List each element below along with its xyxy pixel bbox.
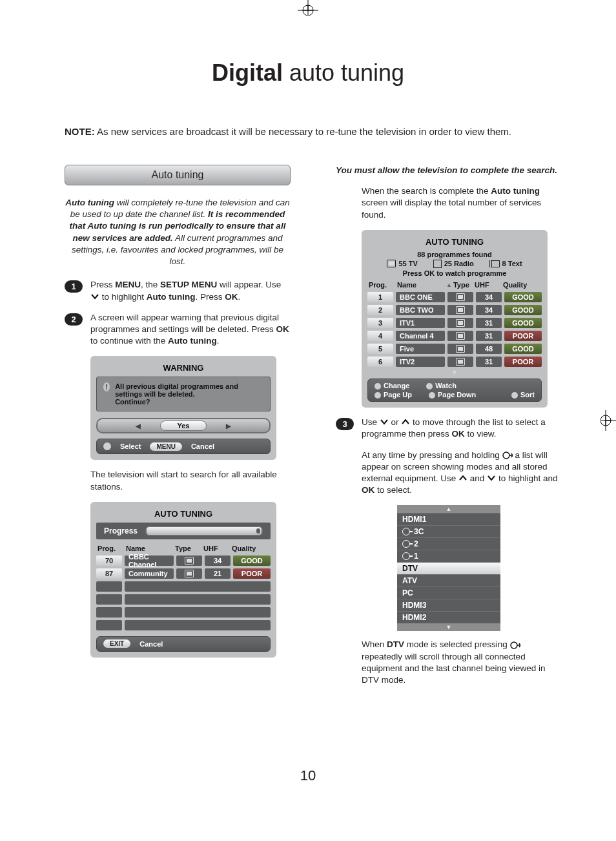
cell-quality: POOR [233,568,271,579]
input-row[interactable]: 3C [397,525,500,537]
chevron-up-icon [458,475,467,481]
cell-uhf: 31 [476,357,502,367]
cancel-label: Cancel [191,442,214,450]
progress-bar [145,526,263,536]
input-label: DTV [402,564,418,573]
cell-uhf: 34 [205,555,231,566]
step-2-text: A screen will appear warning that previo… [90,312,291,348]
cell-name: Five [396,344,445,354]
svg-point-10 [503,452,509,459]
press-ok-text: Press OK to watch programme [367,269,542,277]
input-list-up-arrow: ▲ [397,505,500,513]
yes-option[interactable]: Yes [160,420,207,431]
section-header: Auto tuning [65,165,291,185]
chevron-down-icon [487,475,496,481]
cell-uhf: 34 [476,305,502,315]
step-number-2: 2 [65,313,83,326]
dot-icon [375,383,381,389]
input-label: HDMI1 [402,515,426,524]
ext-input-icon [502,450,513,460]
ok-dot-icon [103,442,111,450]
results-title: AUTO TUNING [367,237,542,247]
input-row[interactable]: HDMI2 [397,611,500,623]
step-3-text: Use or to move through the list to selec… [362,417,562,440]
right-arrow-icon: ▶ [226,422,231,430]
chevron-up-icon [401,419,410,425]
radio-icon [433,260,442,268]
input-label: 2 [414,539,418,548]
step-number-3: 3 [336,418,354,430]
results-row[interactable]: 6ITV231POOR [367,356,542,368]
page-title: Digital auto tuning [0,59,616,87]
input-list-down-arrow: ▼ [397,623,500,631]
ext-input-icon [510,639,520,649]
warning-text: All previous digital programmes and sett… [115,382,263,406]
crop-mark-top [294,0,322,16]
text-icon [489,260,500,267]
cell-quality: POOR [504,331,542,341]
cell-quality: POOR [504,357,542,367]
title-light: auto tuning [283,59,404,86]
input-row[interactable]: HDMI3 [397,599,500,611]
tv-icon [456,345,465,353]
cell-uhf: 21 [205,568,231,579]
cell-name: Channel 4 [396,331,445,341]
note-prefix: NOTE: [65,126,95,137]
input-label: 1 [414,552,418,561]
cell-type [447,292,473,302]
results-breakdown: 55 TV 25 Radio 8 Text [367,260,542,268]
dot-icon [426,383,433,389]
input-row[interactable]: DTV [397,562,500,574]
scroll-down-arrow: ▼ [367,369,542,376]
results-row[interactable]: 4Channel 431POOR [367,330,542,342]
input-row[interactable]: 1 [397,550,500,562]
results-row[interactable]: 5Five48GOOD [367,343,542,355]
scan-row: 70CBBC Channel34GOOD [96,555,271,566]
tv-icon [456,306,465,314]
tv-icon [456,319,465,327]
title-bold: Digital [212,59,283,86]
input-row[interactable]: ATV [397,574,500,587]
chevron-down-icon [380,419,389,425]
cell-prog: 5 [367,344,393,354]
cell-prog: 70 [96,555,122,566]
dot-icon [511,392,518,399]
chevron-down-icon [90,293,99,300]
input-list: ▲ HDMI13C21DTVATVPCHDMI3HDMI2 ▼ [397,505,500,631]
dtv-mode-text: When DTV mode is selected pressing repea… [362,639,562,686]
tv-icon [185,557,194,565]
step-1-text: Press MENU, the SETUP MENU will appear. … [90,279,291,302]
cell-type [176,555,202,566]
scan-row [96,581,271,592]
input-row[interactable]: 2 [397,537,500,550]
intro-text: Auto tuning will completely re-tune the … [65,197,291,267]
cell-quality: GOOD [504,305,542,315]
osd-warning-card: WARNING ! All previous digital programme… [90,356,276,460]
results-row[interactable]: 1BBC ONE34GOOD [367,291,542,303]
tv-icon [456,332,465,340]
left-arrow-icon: ◀ [136,422,141,430]
scan-progress: Progress [96,523,271,539]
cell-type [176,568,202,579]
menu-pill: MENU [150,442,181,451]
scan-row [96,619,271,631]
cell-prog: 2 [367,305,393,315]
cell-quality: GOOD [504,292,542,302]
results-row[interactable]: 3ITV131GOOD [367,317,542,329]
scan-title: AUTO TUNING [96,509,271,519]
scan-footer: EXIT Cancel [96,636,271,652]
warning-title: WARNING [96,363,271,373]
progress-label: Progress [104,526,138,535]
crop-mark-right [601,406,616,435]
note-body: As new services are broadcast it will be… [95,126,511,137]
cell-name: CBBC Channel [125,555,174,566]
input-row[interactable]: PC [397,587,500,599]
input-label: PC [402,588,413,597]
cell-type [447,357,473,367]
step-number-1: 1 [65,280,83,293]
ext-input-icon [402,528,410,535]
input-label: ATV [402,576,417,585]
input-row[interactable]: HDMI1 [397,513,500,525]
search-complete-text: When the search is complete the Auto tun… [362,185,562,221]
results-row[interactable]: 2BBC TWO34GOOD [367,304,542,316]
